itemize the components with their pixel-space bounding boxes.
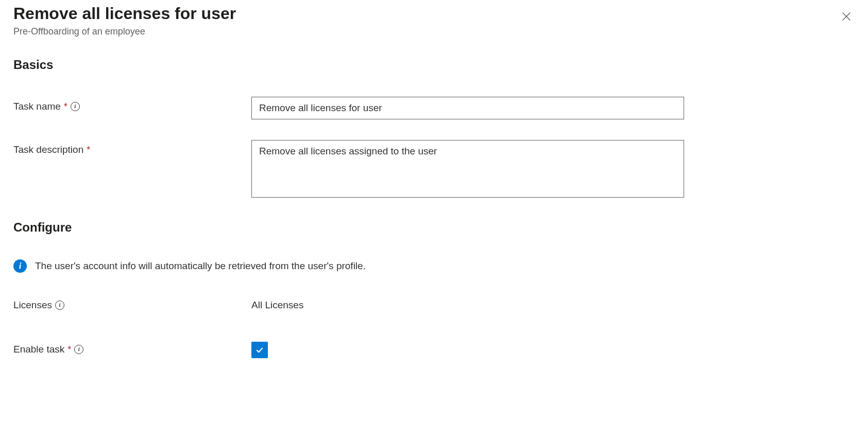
task-name-input-col (251, 97, 684, 119)
task-description-input[interactable] (251, 140, 684, 198)
info-icon[interactable]: i (55, 301, 64, 310)
enable-task-checkbox-wrapper (251, 340, 268, 358)
close-button[interactable] (838, 8, 855, 25)
task-description-label-group: Task description * (13, 140, 251, 155)
enable-task-checkbox[interactable] (251, 342, 268, 358)
info-badge-icon: i (13, 259, 27, 273)
task-description-label: Task description (13, 144, 83, 155)
page-title: Remove all licenses for user (13, 4, 855, 23)
checkmark-icon (254, 345, 265, 355)
task-name-input[interactable] (251, 97, 684, 119)
task-name-label: Task name (13, 101, 61, 112)
section-heading-basics: Basics (13, 58, 855, 72)
licenses-label: Licenses (13, 300, 52, 311)
task-name-row: Task name * i (13, 97, 855, 119)
page-header: Remove all licenses for user Pre-Offboar… (13, 4, 855, 37)
task-name-label-group: Task name * i (13, 97, 251, 112)
info-icon[interactable]: i (74, 345, 83, 354)
page-subtitle: Pre-Offboarding of an employee (13, 26, 855, 37)
configure-info-message: i The user's account info will automatic… (13, 259, 855, 273)
required-indicator: * (67, 344, 71, 355)
licenses-row: Licenses i All Licenses (13, 295, 855, 311)
licenses-label-group: Licenses i (13, 295, 251, 311)
required-indicator: * (87, 145, 90, 155)
enable-task-row: Enable task * i (13, 340, 855, 358)
task-description-row: Task description * (13, 140, 855, 200)
task-description-input-col (251, 140, 684, 200)
close-icon (841, 11, 852, 22)
section-heading-configure: Configure (13, 220, 855, 235)
configure-info-text: The user's account info will automatical… (35, 260, 366, 272)
licenses-value: All Licenses (251, 295, 303, 311)
enable-task-label: Enable task (13, 344, 64, 355)
enable-task-label-group: Enable task * i (13, 340, 251, 355)
required-indicator: * (64, 101, 67, 112)
info-icon[interactable]: i (71, 102, 80, 111)
